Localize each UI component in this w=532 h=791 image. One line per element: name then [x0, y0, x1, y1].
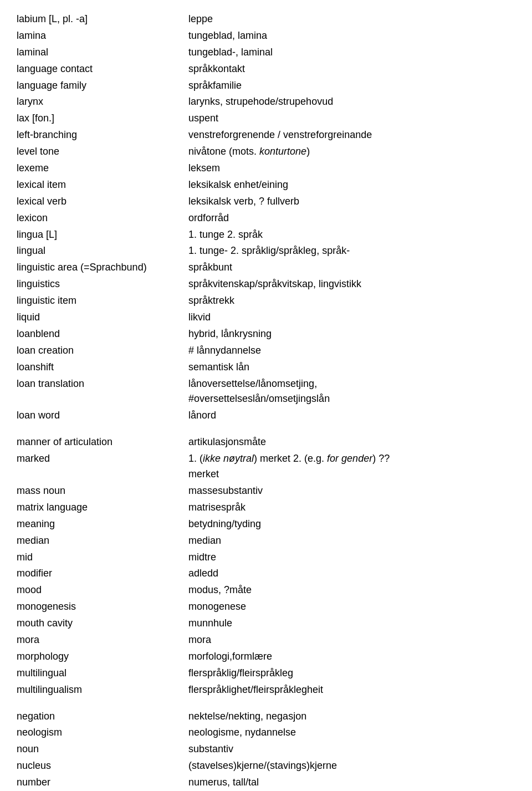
definition-cell: morfologi,formlære: [188, 649, 515, 665]
glossary-row: mouth cavitymunnhule: [17, 615, 515, 632]
term-cell: mid: [17, 549, 188, 566]
term-cell: loan translation: [17, 376, 188, 408]
term-cell: left-branching: [17, 127, 188, 144]
term-cell: lingual: [17, 243, 188, 259]
definition-cell: uspent: [188, 110, 515, 127]
glossary-row: left-branchingvenstreforgrenende / venst…: [17, 127, 515, 144]
definition-cell: 1. (ikke nøytral) merket 2. (e.g. for ge…: [188, 451, 515, 483]
definition-cell: 1. tunge 2. språk: [188, 227, 515, 243]
term-cell: language contact: [17, 61, 188, 78]
term-cell: nucleus: [17, 758, 188, 774]
glossary-row: liquidlikvid: [17, 309, 515, 326]
glossary-row: linguistic itemspråktrekk: [17, 293, 515, 309]
glossary-row: midmidtre: [17, 549, 515, 566]
glossary-row: manner of articulationartikulasjonsmåte: [17, 434, 515, 451]
definition-cell: flerspråklighet/fleirspråklegheit: [188, 682, 515, 698]
definition-cell: matrisespråk: [188, 499, 515, 516]
term-cell: mora: [17, 632, 188, 649]
term-cell: larynx: [17, 94, 188, 110]
definition-cell: leksikalsk enhet/eining: [188, 177, 515, 193]
term-cell: modifier: [17, 565, 188, 582]
definition-cell: språktrekk: [188, 293, 515, 309]
term-cell: lax [fon.]: [17, 110, 188, 127]
definition-cell: betydning/tyding: [188, 516, 515, 533]
term-cell: loanshift: [17, 359, 188, 376]
glossary-row: moodmodus, ?måte: [17, 582, 515, 599]
term-cell: mood: [17, 582, 188, 599]
definition-cell: numerus, tall/tal: [188, 774, 515, 791]
glossary-row: multilingualismflerspråklighet/fleirsprå…: [17, 682, 515, 698]
definition-cell: (stavelses)kjerne/(stavings)kjerne: [188, 758, 515, 774]
glossary-row: neologismneologisme, nydannelse: [17, 724, 515, 741]
term-cell: mouth cavity: [17, 615, 188, 632]
term-cell: marked: [17, 451, 188, 483]
definition-cell: språkvitenskap/språkvitskap, lingvistikk: [188, 276, 515, 293]
glossary-row: numbernumerus, tall/tal: [17, 774, 515, 791]
glossary-row: labium [L, pl. -a]leppe: [17, 11, 515, 28]
glossary-row: loanshiftsemantisk lån: [17, 359, 515, 376]
definition-cell: hybrid, lånkrysning: [188, 326, 515, 343]
definition-cell: språkkontakt: [188, 61, 515, 78]
glossary-row: lingua [L]1. tunge 2. språk: [17, 227, 515, 243]
term-cell: lexeme: [17, 160, 188, 177]
definition-cell: nektelse/nekting, negasjon: [188, 708, 515, 725]
glossary-row: multilingualflerspråklig/fleirspråkleg: [17, 665, 515, 682]
term-cell: manner of articulation: [17, 434, 188, 451]
term-cell: level tone: [17, 144, 188, 160]
spacer-row: [17, 424, 515, 434]
term-cell: linguistics: [17, 276, 188, 293]
glossary-row: laminatungeblad, lamina: [17, 28, 515, 44]
glossary-row: mass nounmassesubstantiv: [17, 483, 515, 499]
definition-cell: leppe: [188, 11, 515, 28]
definition-cell: lånoversettelse/lånomsetjing,#oversettel…: [188, 376, 515, 408]
definition-cell: median: [188, 533, 515, 549]
glossary-row: linguisticsspråkvitenskap/språkvitskap, …: [17, 276, 515, 293]
term-cell: lexical item: [17, 177, 188, 193]
term-cell: laminal: [17, 44, 188, 61]
glossary-row: matrix languagematrisespråk: [17, 499, 515, 516]
glossary-row: loan translationlånoversettelse/lånomset…: [17, 376, 515, 408]
definition-cell: språkbunt: [188, 259, 515, 276]
definition-cell: nivåtone (mots. konturtone): [188, 144, 515, 160]
glossary-row: level tonenivåtone (mots. konturtone): [17, 144, 515, 160]
glossary-row: larynxlarynks, strupehode/strupehovud: [17, 94, 515, 110]
term-cell: noun: [17, 741, 188, 758]
definition-cell: massesubstantiv: [188, 483, 515, 499]
glossary-row: monogenesismonogenese: [17, 599, 515, 615]
term-cell: morphology: [17, 649, 188, 665]
definition-cell: leksikalsk verb, ? fullverb: [188, 193, 515, 210]
definition-cell: # lånnydannelse: [188, 343, 515, 359]
term-cell: lexical verb: [17, 193, 188, 210]
spacer-row: [17, 698, 515, 708]
term-cell: monogenesis: [17, 599, 188, 615]
glossary-row: language contactspråkkontakt: [17, 61, 515, 78]
term-cell: labium [L, pl. -a]: [17, 11, 188, 28]
term-cell: lamina: [17, 28, 188, 44]
glossary-row: loan creation# lånnydannelse: [17, 343, 515, 359]
glossary-row: nucleus(stavelses)kjerne/(stavings)kjern…: [17, 758, 515, 774]
term-cell: median: [17, 533, 188, 549]
glossary-row: marked1. (ikke nøytral) merket 2. (e.g. …: [17, 451, 515, 483]
glossary-row: medianmedian: [17, 533, 515, 549]
glossary-row: laminaltungeblad-, laminal: [17, 44, 515, 61]
definition-cell: mora: [188, 632, 515, 649]
glossary-row: lexiconordforråd: [17, 210, 515, 227]
definition-cell: ordforråd: [188, 210, 515, 227]
definition-cell: artikulasjonsmåte: [188, 434, 515, 451]
term-cell: linguistic area (=Sprachbund): [17, 259, 188, 276]
glossary-row: linguistic area (=Sprachbund)språkbunt: [17, 259, 515, 276]
glossary-row: loanblendhybrid, lånkrysning: [17, 326, 515, 343]
definition-cell: substantiv: [188, 741, 515, 758]
definition-cell: neologisme, nydannelse: [188, 724, 515, 741]
definition-cell: likvid: [188, 309, 515, 326]
glossary-row: language familyspråkfamilie: [17, 78, 515, 94]
term-cell: loan word: [17, 407, 188, 424]
term-cell: multilingual: [17, 665, 188, 682]
term-cell: neologism: [17, 724, 188, 741]
glossary-row: lingual1. tunge- 2. språklig/språkleg, s…: [17, 243, 515, 259]
definition-cell: adledd: [188, 565, 515, 582]
term-cell: negation: [17, 708, 188, 725]
term-cell: meaning: [17, 516, 188, 533]
definition-cell: semantisk lån: [188, 359, 515, 376]
glossary-row: lexical itemleksikalsk enhet/eining: [17, 177, 515, 193]
